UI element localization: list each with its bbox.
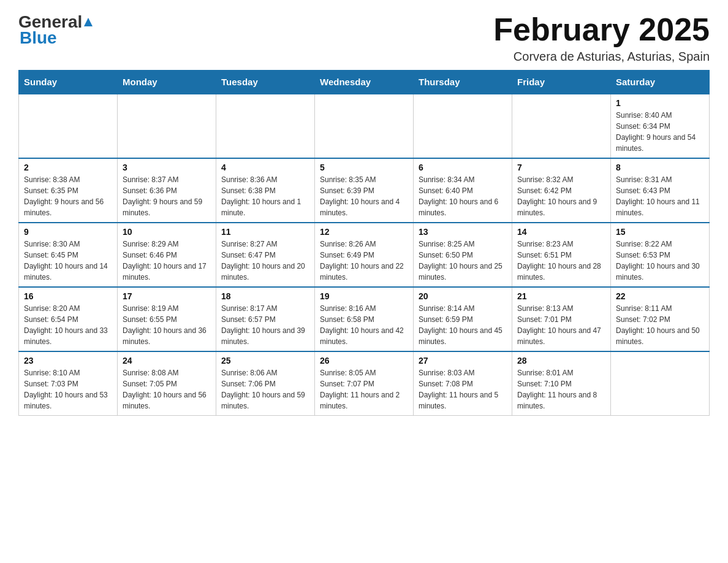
day-number: 7 <box>517 163 605 172</box>
day-info: Sunrise: 8:22 AM Sunset: 6:53 PM Dayligh… <box>616 239 704 283</box>
day-info: Sunrise: 8:36 AM Sunset: 6:38 PM Dayligh… <box>221 174 309 218</box>
calendar-week-3: 9Sunrise: 8:30 AM Sunset: 6:45 PM Daylig… <box>19 223 710 287</box>
day-number: 28 <box>517 356 605 366</box>
day-number: 23 <box>24 356 112 366</box>
day-info: Sunrise: 8:20 AM Sunset: 6:54 PM Dayligh… <box>24 303 112 347</box>
logo-triangle-icon <box>82 17 94 28</box>
col-tuesday: Tuesday <box>216 71 315 94</box>
day-number: 16 <box>24 291 112 301</box>
calendar-table: Sunday Monday Tuesday Wednesday Thursday… <box>18 70 710 416</box>
day-number: 8 <box>616 163 704 172</box>
day-info: Sunrise: 8:23 AM Sunset: 6:51 PM Dayligh… <box>517 239 605 283</box>
day-info: Sunrise: 8:10 AM Sunset: 7:03 PM Dayligh… <box>24 367 112 412</box>
calendar-cell-w4-d6: 21Sunrise: 8:13 AM Sunset: 7:01 PM Dayli… <box>512 287 611 351</box>
day-info: Sunrise: 8:11 AM Sunset: 7:02 PM Dayligh… <box>616 303 704 347</box>
calendar-cell-w5-d1: 23Sunrise: 8:10 AM Sunset: 7:03 PM Dayli… <box>19 351 118 416</box>
col-wednesday: Wednesday <box>315 71 414 94</box>
day-number: 24 <box>123 356 211 366</box>
day-number: 18 <box>221 291 309 301</box>
col-sunday: Sunday <box>19 71 118 94</box>
calendar-cell-w4-d3: 18Sunrise: 8:17 AM Sunset: 6:57 PM Dayli… <box>216 287 315 351</box>
day-number: 27 <box>419 356 507 366</box>
day-info: Sunrise: 8:14 AM Sunset: 6:59 PM Dayligh… <box>419 303 507 347</box>
day-number: 20 <box>419 291 507 301</box>
calendar-cell-w4-d4: 19Sunrise: 8:16 AM Sunset: 6:58 PM Dayli… <box>315 287 414 351</box>
day-number: 11 <box>221 227 309 237</box>
location-title: Corvera de Asturias, Asturias, Spain <box>493 50 710 64</box>
day-number: 10 <box>123 227 211 237</box>
calendar-cell-w3-d6: 14Sunrise: 8:23 AM Sunset: 6:51 PM Dayli… <box>512 223 611 287</box>
day-number: 3 <box>123 163 211 172</box>
calendar-cell-w2-d3: 4Sunrise: 8:36 AM Sunset: 6:38 PM Daylig… <box>216 158 315 223</box>
col-saturday: Saturday <box>611 71 710 94</box>
day-number: 12 <box>320 227 408 237</box>
calendar-cell-w2-d1: 2Sunrise: 8:38 AM Sunset: 6:35 PM Daylig… <box>19 158 118 223</box>
day-info: Sunrise: 8:01 AM Sunset: 7:10 PM Dayligh… <box>517 367 605 412</box>
calendar-cell-w2-d6: 7Sunrise: 8:32 AM Sunset: 6:42 PM Daylig… <box>512 158 611 223</box>
day-number: 5 <box>320 163 408 172</box>
day-info: Sunrise: 8:08 AM Sunset: 7:05 PM Dayligh… <box>123 367 211 412</box>
day-info: Sunrise: 8:13 AM Sunset: 7:01 PM Dayligh… <box>517 303 605 347</box>
day-info: Sunrise: 8:40 AM Sunset: 6:34 PM Dayligh… <box>616 110 704 154</box>
calendar-cell-w1-d5 <box>414 94 512 158</box>
col-thursday: Thursday <box>414 71 512 94</box>
day-number: 17 <box>123 291 211 301</box>
day-number: 19 <box>320 291 408 301</box>
day-info: Sunrise: 8:05 AM Sunset: 7:07 PM Dayligh… <box>320 367 408 412</box>
day-number: 25 <box>221 356 309 366</box>
day-number: 22 <box>616 291 704 301</box>
day-info: Sunrise: 8:16 AM Sunset: 6:58 PM Dayligh… <box>320 303 408 347</box>
day-number: 14 <box>517 227 605 237</box>
logo: General Blue <box>18 12 94 48</box>
day-info: Sunrise: 8:38 AM Sunset: 6:35 PM Dayligh… <box>24 174 112 218</box>
calendar-cell-w4-d7: 22Sunrise: 8:11 AM Sunset: 7:02 PM Dayli… <box>611 287 710 351</box>
calendar-week-4: 16Sunrise: 8:20 AM Sunset: 6:54 PM Dayli… <box>19 287 710 351</box>
calendar-week-2: 2Sunrise: 8:38 AM Sunset: 6:35 PM Daylig… <box>19 158 710 223</box>
page-header: General Blue February 2025 Corvera de As… <box>18 12 710 64</box>
day-info: Sunrise: 8:29 AM Sunset: 6:46 PM Dayligh… <box>123 239 211 283</box>
calendar-cell-w1-d4 <box>315 94 414 158</box>
calendar-week-1: 1Sunrise: 8:40 AM Sunset: 6:34 PM Daylig… <box>19 94 710 158</box>
day-number: 21 <box>517 291 605 301</box>
day-info: Sunrise: 8:06 AM Sunset: 7:06 PM Dayligh… <box>221 367 309 412</box>
day-info: Sunrise: 8:34 AM Sunset: 6:40 PM Dayligh… <box>419 174 507 218</box>
calendar-cell-w4-d1: 16Sunrise: 8:20 AM Sunset: 6:54 PM Dayli… <box>19 287 118 351</box>
calendar-cell-w3-d5: 13Sunrise: 8:25 AM Sunset: 6:50 PM Dayli… <box>414 223 512 287</box>
calendar-cell-w2-d4: 5Sunrise: 8:35 AM Sunset: 6:39 PM Daylig… <box>315 158 414 223</box>
calendar-cell-w5-d5: 27Sunrise: 8:03 AM Sunset: 7:08 PM Dayli… <box>414 351 512 416</box>
day-info: Sunrise: 8:17 AM Sunset: 6:57 PM Dayligh… <box>221 303 309 347</box>
day-number: 6 <box>419 163 507 172</box>
calendar-cell-w5-d3: 25Sunrise: 8:06 AM Sunset: 7:06 PM Dayli… <box>216 351 315 416</box>
calendar-body: 1Sunrise: 8:40 AM Sunset: 6:34 PM Daylig… <box>19 94 710 416</box>
calendar-cell-w3-d3: 11Sunrise: 8:27 AM Sunset: 6:47 PM Dayli… <box>216 223 315 287</box>
day-info: Sunrise: 8:32 AM Sunset: 6:42 PM Dayligh… <box>517 174 605 218</box>
calendar-cell-w3-d1: 9Sunrise: 8:30 AM Sunset: 6:45 PM Daylig… <box>19 223 118 287</box>
day-number: 4 <box>221 163 309 172</box>
calendar-cell-w1-d6 <box>512 94 611 158</box>
calendar-cell-w2-d2: 3Sunrise: 8:37 AM Sunset: 6:36 PM Daylig… <box>118 158 216 223</box>
day-info: Sunrise: 8:35 AM Sunset: 6:39 PM Dayligh… <box>320 174 408 218</box>
day-number: 13 <box>419 227 507 237</box>
day-info: Sunrise: 8:25 AM Sunset: 6:50 PM Dayligh… <box>419 239 507 283</box>
calendar-cell-w5-d6: 28Sunrise: 8:01 AM Sunset: 7:10 PM Dayli… <box>512 351 611 416</box>
day-info: Sunrise: 8:27 AM Sunset: 6:47 PM Dayligh… <box>221 239 309 283</box>
svg-marker-0 <box>84 18 93 26</box>
day-info: Sunrise: 8:19 AM Sunset: 6:55 PM Dayligh… <box>123 303 211 347</box>
calendar-cell-w3-d4: 12Sunrise: 8:26 AM Sunset: 6:49 PM Dayli… <box>315 223 414 287</box>
calendar-cell-w3-d2: 10Sunrise: 8:29 AM Sunset: 6:46 PM Dayli… <box>118 223 216 287</box>
calendar-week-5: 23Sunrise: 8:10 AM Sunset: 7:03 PM Dayli… <box>19 351 710 416</box>
calendar-cell-w3-d7: 15Sunrise: 8:22 AM Sunset: 6:53 PM Dayli… <box>611 223 710 287</box>
calendar-cell-w1-d7: 1Sunrise: 8:40 AM Sunset: 6:34 PM Daylig… <box>611 94 710 158</box>
calendar-cell-w5-d7 <box>611 351 710 416</box>
calendar-cell-w2-d5: 6Sunrise: 8:34 AM Sunset: 6:40 PM Daylig… <box>414 158 512 223</box>
title-section: February 2025 Corvera de Asturias, Astur… <box>493 12 710 64</box>
calendar-cell-w5-d4: 26Sunrise: 8:05 AM Sunset: 7:07 PM Dayli… <box>315 351 414 416</box>
day-info: Sunrise: 8:26 AM Sunset: 6:49 PM Dayligh… <box>320 239 408 283</box>
day-info: Sunrise: 8:31 AM Sunset: 6:43 PM Dayligh… <box>616 174 704 218</box>
calendar-cell-w1-d1 <box>19 94 118 158</box>
calendar-cell-w1-d2 <box>118 94 216 158</box>
logo-blue-text: Blue <box>20 28 57 47</box>
day-number: 9 <box>24 227 112 237</box>
calendar-header-row: Sunday Monday Tuesday Wednesday Thursday… <box>19 71 710 94</box>
col-monday: Monday <box>118 71 216 94</box>
